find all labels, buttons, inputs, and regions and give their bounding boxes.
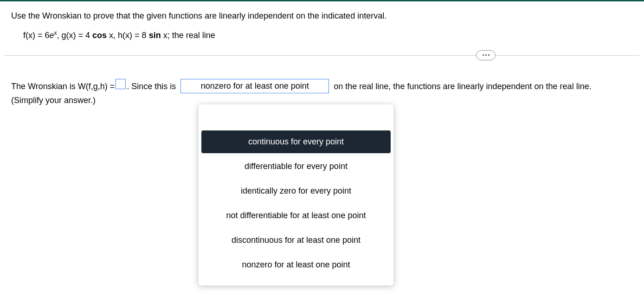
dot-icon <box>483 54 484 56</box>
dropdown-option-discontinuous[interactable]: discontinuous for at least one point <box>201 229 391 252</box>
dropdown-option-continuous[interactable]: continuous for every point <box>201 130 391 153</box>
answer-row: The Wronskian is W(f,g,h) = . Since this… <box>0 56 644 94</box>
answer-part1: The Wronskian is W(f,g,h) = <box>11 79 115 94</box>
dropdown-menu: continuous for every point differentiabl… <box>199 104 393 286</box>
eq-prefix: f(x) = 6 <box>23 31 50 40</box>
eq-sin: sin <box>149 31 161 40</box>
answer-part2: . Since this is <box>127 79 176 94</box>
dot-icon <box>485 54 487 56</box>
answer-part3: on the real line, the functions are line… <box>334 79 591 94</box>
question-area: Use the Wronskian to prove that the give… <box>0 1 644 55</box>
eq-mid2: x, h(x) = 8 <box>107 31 149 40</box>
question-prompt: Use the Wronskian to prove that the give… <box>11 10 633 22</box>
dropdown-option-nonzero[interactable]: nonzero for at least one point <box>201 253 391 276</box>
eq-suffix: x; the real line <box>161 31 215 40</box>
dropdown-option-identically-zero[interactable]: identically zero for every point <box>201 180 391 202</box>
divider <box>5 55 639 56</box>
eq-mid1: , g(x) = 4 <box>57 31 93 40</box>
dot-icon <box>488 54 489 56</box>
wronskian-input[interactable] <box>116 79 126 89</box>
dropdown-option-differentiable[interactable]: differentiable for every point <box>201 155 391 178</box>
eq-e: e <box>50 31 54 40</box>
more-options-button[interactable] <box>476 50 496 60</box>
equation-line: f(x) = 6ex, g(x) = 4 cos x, h(x) = 8 sin… <box>11 29 633 42</box>
condition-dropdown[interactable]: nonzero for at least one point <box>180 79 329 93</box>
eq-cos: cos <box>92 31 107 40</box>
dropdown-option-not-differentiable[interactable]: not differentiable for at least one poin… <box>201 204 391 227</box>
simplify-note: (Simplify your answer.) <box>0 94 644 105</box>
